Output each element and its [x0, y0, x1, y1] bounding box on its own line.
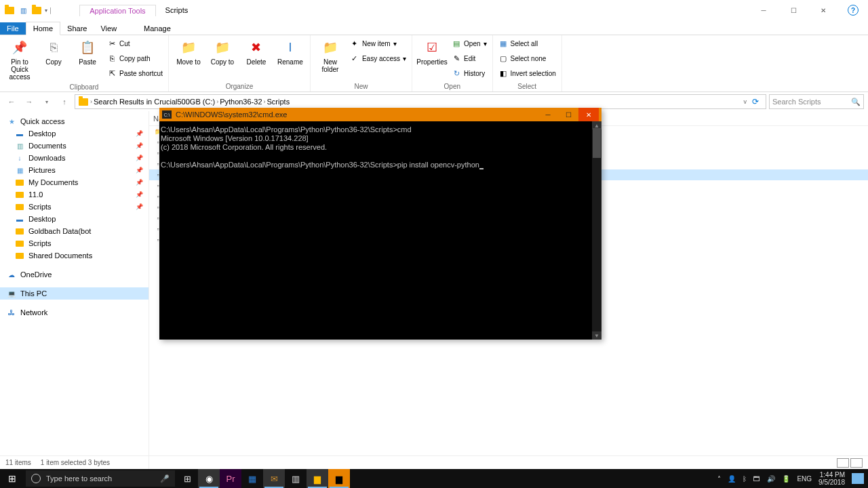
tray-vol-icon[interactable]: 🔊 — [767, 475, 775, 483]
scroll-thumb[interactable] — [593, 128, 601, 158]
copy-button[interactable]: ⎘Copy — [38, 37, 69, 67]
view-details-button[interactable] — [837, 458, 849, 468]
view-icons-button[interactable] — [850, 458, 863, 468]
cmd-body[interactable]: C:\Users\Ahsan\AppData\Local\Programs\Py… — [159, 121, 601, 340]
tray-bt-icon[interactable]: ᛒ — [743, 475, 747, 483]
ribbon: 📌Pin to Quick access ⎘Copy 📋Paste ✂Cut ⎘… — [0, 35, 868, 92]
taskbar-search[interactable]: Type here to search 🎤 — [26, 470, 175, 487]
pic-icon: ▦ — [15, 165, 24, 175]
taskview-button[interactable]: ⊞ — [176, 469, 198, 488]
cut-button[interactable]: ✂Cut — [106, 37, 164, 50]
nav-scripts[interactable]: Scripts📌 — [0, 201, 149, 213]
pin-icon: 📌 — [136, 167, 143, 174]
tab-view[interactable]: View — [94, 22, 123, 35]
word-icon[interactable]: ▦ — [241, 469, 263, 488]
newitem-button[interactable]: ✦New item ▾ — [349, 37, 408, 50]
forward-button[interactable]: → — [22, 94, 37, 109]
invertsel-button[interactable]: ◧Invert selection — [497, 66, 557, 80]
tray-lang-icon[interactable]: ENG — [797, 475, 812, 483]
help-button[interactable]: ? — [848, 5, 859, 16]
folder-icon — [15, 226, 24, 236]
cut-icon: ✂ — [107, 39, 117, 48]
history-button[interactable]: ↻History — [450, 66, 488, 80]
copyto-button[interactable]: 📁Copy to — [207, 37, 238, 67]
cmd-titlebar[interactable]: C:\ C:\WINDOWS\system32\cmd.exe ─ ☐ ✕ — [159, 108, 601, 121]
pin-quickaccess-button[interactable]: 📌Pin to Quick access — [4, 37, 35, 82]
quickbar-icon[interactable]: ▥ — [18, 5, 28, 16]
open-button[interactable]: ▤Open ▾ — [450, 37, 488, 50]
cmd-maximize-button[interactable]: ☐ — [558, 108, 578, 121]
selectnone-button[interactable]: ▢Select none — [497, 52, 557, 65]
outlook-icon[interactable]: ✉ — [263, 469, 285, 488]
nav-onedrive[interactable]: ☁OneDrive — [0, 268, 149, 281]
nav-scripts2[interactable]: Scripts — [0, 237, 149, 249]
easyaccess-button[interactable]: ✓Easy access ▾ — [349, 52, 408, 65]
tray-batt-icon[interactable]: 🔋 — [782, 475, 790, 483]
window-titlebar: ▥ ▾ │ Application Tools Scripts ─ ☐ ✕ ? — [0, 0, 868, 20]
breadcrumb-seg[interactable]: Search Results in Crucial500GB (C:) — [94, 98, 215, 106]
selectnone-icon: ▢ — [498, 54, 508, 63]
tab-home[interactable]: Home — [26, 22, 60, 35]
ribbon-tabs: File Home Share View Manage — [0, 20, 868, 35]
nav-thispc[interactable]: 💻This PC — [0, 287, 149, 300]
tray-net-icon[interactable]: 🗔 — [753, 475, 760, 483]
selectall-button[interactable]: ▦Select all — [497, 37, 557, 50]
cmd-close-button[interactable]: ✕ — [578, 108, 599, 121]
notification-button[interactable] — [852, 473, 864, 484]
quickbar-icon2[interactable] — [31, 5, 42, 16]
premiere-icon[interactable]: Pr — [220, 469, 241, 488]
explorer-button[interactable]: ▆ — [307, 469, 328, 488]
mic-icon[interactable]: 🎤 — [160, 474, 170, 483]
nav-shared[interactable]: Shared Documents — [0, 249, 149, 262]
close-button[interactable]: ✕ — [808, 0, 838, 20]
nav-network[interactable]: 🖧Network — [0, 306, 149, 319]
nav-desktop[interactable]: ▬Desktop📌 — [0, 127, 149, 140]
newfolder-button[interactable]: 📁New folder — [315, 37, 346, 75]
search-input[interactable]: Search Scripts🔍 — [769, 94, 864, 109]
chrome-icon[interactable]: ◉ — [198, 469, 220, 488]
paste-shortcut-button[interactable]: ⇱Paste shortcut — [106, 66, 164, 80]
tab-manage[interactable]: Manage — [137, 22, 178, 35]
cmd-minimize-button[interactable]: ─ — [538, 108, 558, 121]
edit-button[interactable]: ✎Edit — [450, 52, 488, 65]
moveto-button[interactable]: 📁Move to — [173, 37, 204, 67]
breadcrumb-seg[interactable]: Python36-32 — [220, 98, 262, 106]
tab-file[interactable]: File — [0, 22, 26, 35]
pin-icon: 📌 — [10, 38, 29, 57]
refresh-button[interactable]: ⟳ — [748, 97, 763, 106]
back-button[interactable]: ← — [4, 94, 19, 109]
nav-quickaccess[interactable]: ★Quick access — [0, 115, 149, 127]
cmd-taskbar-button[interactable]: ▆ — [328, 469, 350, 488]
address-bar[interactable]: › Search Results in Crucial500GB (C:)› P… — [75, 94, 766, 109]
nav-pictures[interactable]: ▦Pictures📌 — [0, 164, 149, 176]
maximize-button[interactable]: ☐ — [778, 0, 808, 20]
up-button[interactable]: ↑ — [57, 94, 72, 109]
quickbar-dropdown[interactable]: ▾ │ — [45, 7, 52, 14]
rename-button[interactable]: IRename — [275, 37, 306, 67]
copypath-button[interactable]: ⎘Copy path — [106, 52, 164, 65]
nav-mydocs[interactable]: My Documents📌 — [0, 176, 149, 188]
minimize-button[interactable]: ─ — [749, 0, 778, 20]
tab-share[interactable]: Share — [60, 22, 94, 35]
nav-documents[interactable]: ▥Documents📌 — [0, 140, 149, 152]
notepad-icon[interactable]: ▥ — [285, 469, 307, 488]
properties-button[interactable]: ☑Properties — [416, 37, 448, 67]
taskbar-clock[interactable]: 1:44 PM9/5/2018 — [818, 471, 845, 486]
tray-people-icon[interactable]: 👤 — [728, 475, 736, 483]
nav-110[interactable]: 11.0📌 — [0, 188, 149, 201]
recent-dropdown[interactable]: ▾ — [39, 94, 54, 109]
nav-goldbach[interactable]: Goldbach Data(bot — [0, 225, 149, 237]
delete-button[interactable]: ✖Delete — [241, 37, 272, 67]
start-button[interactable]: ⊞ — [0, 469, 24, 488]
tray-up-icon[interactable]: ˄ — [717, 475, 721, 483]
scroll-down-button[interactable]: ▼ — [592, 331, 601, 340]
cmd-scrollbar[interactable]: ▲ ▼ — [592, 121, 601, 340]
cmd-output: C:\Users\Ahsan\AppData\Local\Programs\Py… — [161, 125, 592, 169]
nav-downloads[interactable]: ↓Downloads📌 — [0, 152, 149, 164]
paste-button[interactable]: 📋Paste — [72, 37, 103, 67]
nav-desktop2[interactable]: ▬Desktop — [0, 213, 149, 225]
desktop-icon: ▬ — [15, 214, 24, 224]
breadcrumb-seg[interactable]: Scripts — [267, 98, 290, 106]
download-icon: ↓ — [15, 153, 24, 163]
rename-icon: I — [281, 38, 300, 57]
